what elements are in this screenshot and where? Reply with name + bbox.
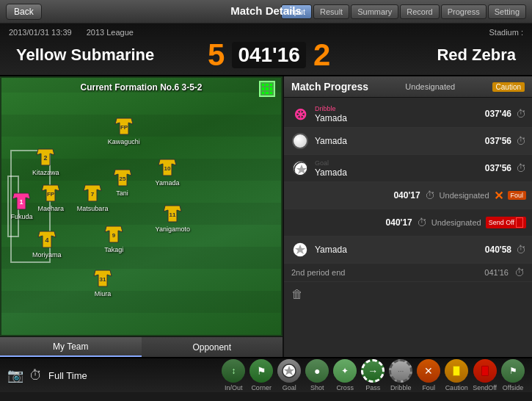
tab-my-team[interactable]: My Team [0,337,142,357]
svg-text:FP: FP [47,191,55,198]
player-takagi[interactable]: 9 Takagi [102,222,125,253]
tab-progress[interactable]: Progress [441,4,487,19]
svg-text:11: 11 [170,212,176,218]
full-time-label: Full Time [48,370,87,381]
player-yanigamoto[interactable]: 11 Yanigamoto [156,201,190,233]
event-time: 040'17 [386,217,412,228]
event-player-name: Yamada [315,245,396,255]
bottom-bar: 📷 ⏱ Full Time ↕ In/Out ⚑ Corner Goal ● S… [0,357,532,392]
tab-summary[interactable]: Summary [351,4,398,19]
event-clock-icon: ⏱ [516,108,526,120]
shot-label: Shot [310,384,324,391]
event-time: 037'56 [485,163,511,173]
svg-text:10: 10 [164,165,171,172]
event-time: 037'46 [485,109,511,119]
action-shot[interactable]: ● Shot [305,359,329,391]
red-card-icon [516,217,523,228]
tab-opponent[interactable]: Opponent [142,337,283,357]
foul-badge: Foul [508,191,527,200]
dribble-label: Dribble [390,384,412,391]
tab-result[interactable]: Result [313,4,349,19]
action-sendoff[interactable]: SendOff [473,359,497,391]
tab-setting[interactable]: Setting [488,4,526,19]
player-maehara[interactable]: FP Maehara [38,181,65,212]
player-tani[interactable]: 25 Tani [111,165,134,197]
caution-badge: Caution [492,82,525,92]
match-progress-panel: Match Progress Undesignated Caution ⊛ Dr… [283,76,532,357]
cross-icon: ✦ [333,359,357,383]
action-caution[interactable]: Caution [445,359,468,391]
player-miura[interactable]: 31 Miura [91,266,114,297]
player-moriyama[interactable]: 4 Moriyama [32,227,62,259]
action-goal[interactable]: Goal [277,359,301,391]
match-date: 2013/01/31 13:39 [9,28,72,37]
shot-icon: ● [305,359,329,383]
home-score: 5 [208,40,225,71]
pass-label: Pass [365,384,380,391]
tab-record[interactable]: Record [400,4,439,19]
bottom-left: 📷 ⏱ Full Time [7,367,87,383]
event-undesig: Undesignated [440,191,489,200]
player-kitazawa[interactable]: 2 Kitazawa [32,145,59,176]
field-tabs: My Team Opponent [0,336,283,357]
period-clock-icon: ⏱ [514,267,525,278]
svg-text:7: 7 [91,191,95,198]
event-row: ⊛ Dribble Yamada 037'46 ⏱ [284,101,532,128]
event-goal-label: Goal [315,159,347,167]
caution-icon [445,359,468,383]
offside-icon: ⚑ [501,359,525,383]
empty-icon [290,212,310,233]
event-time: 040'58 [485,245,511,255]
scoreboard: 2013/01/31 13:39 2013 League Stadium : Y… [0,24,532,76]
foul-icon: ✕ [417,359,440,383]
action-offside[interactable]: ⚑ Offside [501,359,525,391]
events-list: ⊛ Dribble Yamada 037'46 ⏱ Yamada 037'56 [284,98,532,357]
player-matsubara[interactable]: 7 Matsubara [77,181,109,212]
top-bar: Back Match Details Input Result Summary … [0,0,532,24]
empty-icon [290,185,310,206]
sendoff-icon [473,359,497,383]
action-inout[interactable]: ↕ In/Out [222,359,245,391]
action-pass[interactable]: → Pass [361,359,385,391]
ball-icon [290,131,310,151]
camera-icon: 📷 [7,367,23,383]
event-player-name: Yamada [315,136,396,146]
action-dribble[interactable]: ··· Dribble [389,359,412,391]
player-fukuda[interactable]: 1 Fukuda [10,189,33,220]
match-time: 041'16 [232,42,306,68]
away-score: 2 [313,40,330,71]
period-end-row: 2nd period end 041'16 ⏱ [284,264,532,282]
match-league: 2013 League [87,28,134,37]
svg-text:4: 4 [45,236,48,244]
event-undesig: Undesignated [431,218,481,227]
dribble-icon: ⊛ [290,104,310,124]
match-progress-header: Match Progress Undesignated Caution [284,76,532,98]
event-player-name: Yamada [315,167,347,178]
svg-text:9: 9 [112,232,116,239]
action-corner[interactable]: ⚑ Corner [249,359,273,391]
sendoff-label: SendOff [473,384,497,391]
event-clock-icon: ⏱ [417,217,427,228]
event-row: Goal Yamada 037'56 ⏱ [284,155,532,182]
event-clock-icon: ⏱ [516,244,526,256]
player-kawaguchi[interactable]: FP Kawaguchi [108,114,140,145]
trash-icon[interactable]: 🗑 [291,288,303,301]
match-progress-title: Match Progress [291,81,368,93]
player-yamada[interactable]: 10 Yamada [156,155,180,187]
back-button[interactable]: Back [6,4,42,20]
offside-label: Offside [503,384,523,391]
bottom-actions: ↕ In/Out ⚑ Corner Goal ● Shot ✦ Cross → … [222,359,525,391]
action-foul[interactable]: ✕ Foul [417,359,440,391]
undesignated-label: Undesignated [405,82,455,91]
action-cross[interactable]: ✦ Cross [333,359,357,391]
field-panel: Current Formation No.6 3-5-2 FP Kawaguch… [0,76,283,336]
event-row: 040'17 ⏱ Undesignated ✕ Foul [284,182,532,209]
goal-icon [290,239,310,260]
svg-text:1: 1 [20,198,23,206]
event-clock-icon: ⏱ [516,162,526,174]
event-player-name: Yamada [315,113,347,123]
top-tabs: Input Result Summary Record Progress Set… [281,4,526,19]
inout-label: In/Out [225,384,243,391]
event-time: 040'17 [393,190,420,201]
svg-text:FP: FP [120,124,128,131]
